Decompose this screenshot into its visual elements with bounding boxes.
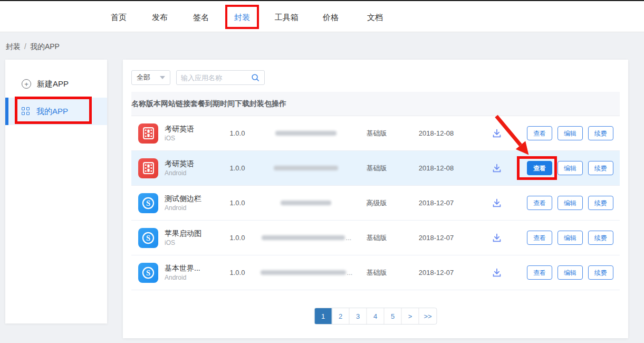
app-platform: Android (165, 204, 201, 212)
download-package-button[interactable] (491, 163, 503, 174)
app-icon: S (138, 123, 158, 144)
edit-button[interactable]: 编辑 (558, 126, 583, 140)
edit-button[interactable]: 编辑 (558, 161, 583, 175)
top-nav-item[interactable]: 签名 (193, 13, 209, 23)
expiry-date: 2018-12-07 (419, 234, 454, 242)
table-column-header: 套餐 (190, 99, 205, 109)
s-circle-icon: S (141, 196, 156, 211)
download-package-button[interactable] (491, 128, 503, 139)
grid-icon (22, 107, 30, 116)
download-icon (491, 267, 503, 279)
app-name: 基本世界... (165, 263, 200, 273)
pagination-page[interactable]: 4 (367, 308, 385, 324)
renew-button[interactable]: 续费 (588, 265, 613, 280)
view-button[interactable]: 查看 (527, 231, 552, 245)
app-icon: S (138, 263, 158, 283)
download-package-button[interactable] (491, 197, 503, 209)
top-nav-item[interactable]: 发布 (152, 13, 168, 23)
download-icon (491, 232, 503, 244)
pagination-page[interactable]: 2 (332, 308, 350, 324)
expiry-date: 2018-12-08 (419, 129, 454, 137)
filter-dropdown-value: 全部 (137, 73, 150, 82)
svg-text:S: S (146, 269, 150, 277)
download-package-button[interactable] (491, 232, 503, 244)
view-button[interactable]: 查看 (527, 161, 552, 175)
top-nav-item[interactable]: 首页 (111, 13, 127, 23)
table-column-header: 版本 (146, 99, 161, 109)
app-name: 考研英语 (165, 159, 194, 169)
filter-dropdown[interactable]: 全部 (131, 70, 170, 85)
table-row: S 考研英语 Android 1.0.0 基础版 2018-12-08 查看 编… (131, 151, 620, 186)
view-button[interactable]: 查看 (527, 196, 552, 210)
my-app-label: 我的APP (36, 107, 68, 117)
top-nav-item[interactable]: 文档 (367, 13, 383, 23)
app-name: 苹果启动图 (165, 228, 201, 239)
search-input[interactable] (181, 74, 251, 82)
table-column-header: 名称 (131, 99, 146, 109)
expiry-date: 2018-12-07 (419, 199, 454, 207)
website-link-redacted (261, 270, 346, 275)
table-row: S 测试侧边栏 Android 1.0.0 高级版 2018-12-07 查看 … (131, 186, 620, 221)
app-icon: S (138, 228, 158, 248)
link-ellipsis: ... (347, 269, 353, 277)
sidebar-item-my-app[interactable]: 我的APP (5, 98, 107, 125)
app-name: 考研英语 (165, 124, 194, 134)
app-icon: S (138, 193, 158, 213)
table-row: S 考研英语 iOS 1.0.0 基础版 2018-12-08 查看 编辑 (131, 116, 620, 151)
sidebar-item-new-app[interactable]: 新建APP (5, 72, 107, 96)
download-icon (491, 163, 503, 174)
breadcrumb-separator: / (24, 42, 26, 51)
expiry-date: 2018-12-08 (419, 164, 454, 172)
app-version: 1.0.0 (230, 199, 245, 207)
table-row: S 苹果启动图 iOS 1.0.0 ... 基础版 2018-12-07 查看 … (131, 221, 620, 255)
plan-badge: 基础版 (367, 233, 387, 243)
table-column-header: 操作 (272, 99, 286, 109)
top-nav-item[interactable]: 价格 (323, 13, 339, 23)
table-row: S 基本世界... Android 1.0.0 ... 基础版 2018-12-… (131, 255, 620, 290)
website-link-redacted (274, 166, 338, 170)
download-icon (491, 128, 503, 139)
pagination-page[interactable]: 1 (315, 308, 332, 324)
top-navigation-bar: 首页 发布 签名 封装 工具箱 价格 文档 (0, 0, 644, 32)
film-icon (142, 127, 155, 140)
edit-button[interactable]: 编辑 (558, 265, 583, 280)
plan-badge: 基础版 (367, 164, 387, 173)
download-package-button[interactable] (491, 267, 503, 279)
app-platform: Android (165, 169, 194, 177)
pagination-page[interactable]: >> (419, 308, 437, 324)
s-circle-icon: S (141, 231, 156, 245)
renew-button[interactable]: 续费 (588, 231, 613, 245)
film-icon (142, 161, 155, 175)
plan-badge: 高级版 (367, 198, 387, 208)
app-version: 1.0.0 (230, 129, 245, 137)
sidebar: 新建APP 我的APP (5, 60, 107, 323)
app-platform: Android (165, 273, 200, 282)
view-button[interactable]: 查看 (527, 126, 552, 140)
app-platform: iOS (165, 239, 201, 247)
main-content-card: 全部 名称 版本 网站链接 套餐 到期时间 下载封装包 操作 (123, 60, 628, 338)
table-column-header: 下载封装包 (235, 99, 272, 109)
svg-text:S: S (146, 199, 150, 207)
pagination-page[interactable]: 5 (385, 308, 402, 324)
view-button[interactable]: 查看 (527, 265, 552, 280)
website-link-redacted (281, 201, 331, 205)
table-body: S 考研英语 iOS 1.0.0 基础版 2018-12-08 查看 编辑 (131, 116, 620, 290)
top-nav-item[interactable]: 封装 (234, 13, 250, 23)
search-icon[interactable] (251, 73, 260, 82)
pagination-page[interactable]: > (402, 308, 419, 324)
renew-button[interactable]: 续费 (588, 161, 613, 175)
app-table: 名称 版本 网站链接 套餐 到期时间 下载封装包 操作 (131, 92, 620, 290)
pagination-page[interactable]: 3 (350, 308, 367, 324)
pagination: 1 2 3 4 5 > >> (314, 308, 437, 325)
renew-button[interactable]: 续费 (588, 126, 613, 140)
app-version: 1.0.0 (230, 234, 245, 242)
table-column-header: 网站链接 (161, 99, 190, 109)
edit-button[interactable]: 编辑 (558, 196, 583, 210)
edit-button[interactable]: 编辑 (558, 231, 583, 245)
link-ellipsis: ... (346, 234, 352, 242)
renew-button[interactable]: 续费 (588, 196, 613, 210)
plan-badge: 基础版 (367, 129, 387, 138)
top-nav-item[interactable]: 工具箱 (275, 13, 299, 23)
table-header-row: 名称 版本 网站链接 套餐 到期时间 下载封装包 操作 (131, 92, 620, 116)
breadcrumb-section[interactable]: 封装 (6, 42, 21, 51)
